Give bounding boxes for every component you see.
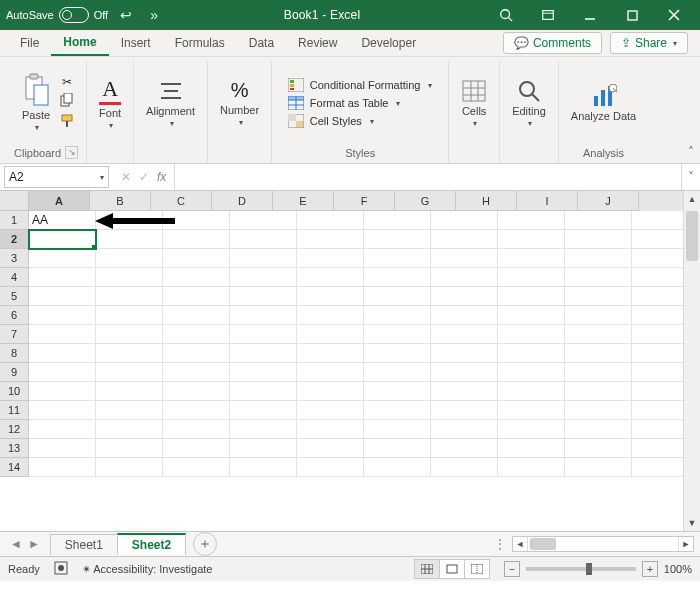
cell-G4[interactable] (431, 268, 498, 287)
cell-I2[interactable] (565, 230, 632, 249)
cell-C14[interactable] (163, 458, 230, 477)
cell-H13[interactable] (498, 439, 565, 458)
cell-C4[interactable] (163, 268, 230, 287)
cell-D2[interactable] (230, 230, 297, 249)
cell-F5[interactable] (364, 287, 431, 306)
fx-icon[interactable]: fx (157, 170, 166, 184)
cut-icon[interactable]: ✂ (62, 75, 72, 89)
row-header-9[interactable]: 9 (0, 363, 29, 382)
cell-E2[interactable] (297, 230, 364, 249)
zoom-track[interactable] (526, 567, 636, 571)
cell-G11[interactable] (431, 401, 498, 420)
cell-C9[interactable] (163, 363, 230, 382)
cell-C7[interactable] (163, 325, 230, 344)
cell-E9[interactable] (297, 363, 364, 382)
select-all-button[interactable] (0, 191, 29, 211)
cell-H3[interactable] (498, 249, 565, 268)
vertical-scrollbar[interactable]: ▲ ▼ (683, 191, 700, 531)
cell-H14[interactable] (498, 458, 565, 477)
add-sheet-button[interactable]: ＋ (193, 532, 217, 556)
cell-F8[interactable] (364, 344, 431, 363)
normal-view-button[interactable] (414, 559, 440, 579)
cell-E1[interactable] (297, 211, 364, 230)
cell-C13[interactable] (163, 439, 230, 458)
row-header-6[interactable]: 6 (0, 306, 29, 325)
column-header-H[interactable]: H (456, 191, 517, 211)
cell-B11[interactable] (96, 401, 163, 420)
scroll-left-icon[interactable]: ◄ (513, 539, 527, 549)
sheet-nav-prev-icon[interactable]: ◄ (10, 537, 22, 551)
cell-F11[interactable] (364, 401, 431, 420)
cell-A1[interactable]: AA (29, 211, 96, 230)
cell-G13[interactable] (431, 439, 498, 458)
cell-G10[interactable] (431, 382, 498, 401)
column-header-F[interactable]: F (334, 191, 395, 211)
cell-B4[interactable] (96, 268, 163, 287)
undo-icon[interactable]: ↩ (120, 7, 132, 23)
cell-F3[interactable] (364, 249, 431, 268)
cell-E14[interactable] (297, 458, 364, 477)
cell-styles-button[interactable]: Cell Styles▾ (286, 113, 435, 129)
page-break-view-button[interactable] (464, 559, 490, 579)
column-header-G[interactable]: G (395, 191, 456, 211)
sheet-tab-sheet1[interactable]: Sheet1 (50, 534, 118, 555)
cell-D11[interactable] (230, 401, 297, 420)
cell-H9[interactable] (498, 363, 565, 382)
row-header-10[interactable]: 10 (0, 382, 29, 401)
cell-I13[interactable] (565, 439, 632, 458)
cell-F6[interactable] (364, 306, 431, 325)
accessibility-button[interactable]: ✴ Accessibility: Investigate (82, 563, 213, 576)
cell-C6[interactable] (163, 306, 230, 325)
tab-home[interactable]: Home (51, 30, 108, 56)
share-button[interactable]: ⇪ Share ▾ (610, 32, 688, 54)
cell-F1[interactable] (364, 211, 431, 230)
zoom-out-button[interactable]: − (504, 561, 520, 577)
cell-B2[interactable] (96, 230, 163, 249)
cell-I12[interactable] (565, 420, 632, 439)
number-button[interactable]: % Number ▾ (216, 77, 263, 129)
format-painter-icon[interactable] (60, 114, 74, 131)
cell-A7[interactable] (29, 325, 96, 344)
tab-formulas[interactable]: Formulas (163, 30, 237, 56)
tab-review[interactable]: Review (286, 30, 349, 56)
chevron-down-icon[interactable]: ▾ (100, 173, 104, 182)
cell-H6[interactable] (498, 306, 565, 325)
cell-G9[interactable] (431, 363, 498, 382)
tab-split-handle-icon[interactable]: ⋮ (494, 537, 506, 551)
cell-B7[interactable] (96, 325, 163, 344)
tab-developer[interactable]: Developer (349, 30, 428, 56)
column-header-E[interactable]: E (273, 191, 334, 211)
cell-H4[interactable] (498, 268, 565, 287)
cell-A12[interactable] (29, 420, 96, 439)
row-header-5[interactable]: 5 (0, 287, 29, 306)
cell-H12[interactable] (498, 420, 565, 439)
maximize-button[interactable] (612, 0, 652, 30)
cell-F14[interactable] (364, 458, 431, 477)
search-icon[interactable] (486, 0, 526, 30)
accept-formula-icon[interactable]: ✓ (139, 170, 149, 184)
page-layout-view-button[interactable] (439, 559, 465, 579)
cells-button[interactable]: Cells ▾ (457, 77, 491, 130)
cell-E3[interactable] (297, 249, 364, 268)
cell-D1[interactable] (230, 211, 297, 230)
cell-D13[interactable] (230, 439, 297, 458)
cell-I5[interactable] (565, 287, 632, 306)
cell-B8[interactable] (96, 344, 163, 363)
cell-D10[interactable] (230, 382, 297, 401)
macro-record-icon[interactable] (54, 561, 68, 577)
row-header-4[interactable]: 4 (0, 268, 29, 287)
horizontal-scrollbar[interactable]: ◄ ► (512, 536, 694, 552)
expand-formula-bar-icon[interactable]: ˅ (681, 164, 700, 190)
name-box[interactable]: A2 ▾ (4, 166, 109, 188)
cell-C1[interactable] (163, 211, 230, 230)
cell-C3[interactable] (163, 249, 230, 268)
formula-input[interactable] (175, 164, 681, 190)
cell-D12[interactable] (230, 420, 297, 439)
cell-E4[interactable] (297, 268, 364, 287)
cell-C8[interactable] (163, 344, 230, 363)
cell-B14[interactable] (96, 458, 163, 477)
cell-I9[interactable] (565, 363, 632, 382)
dialog-launcher-icon[interactable]: ↘ (65, 146, 78, 159)
cell-D5[interactable] (230, 287, 297, 306)
row-header-2[interactable]: 2 (0, 230, 29, 249)
